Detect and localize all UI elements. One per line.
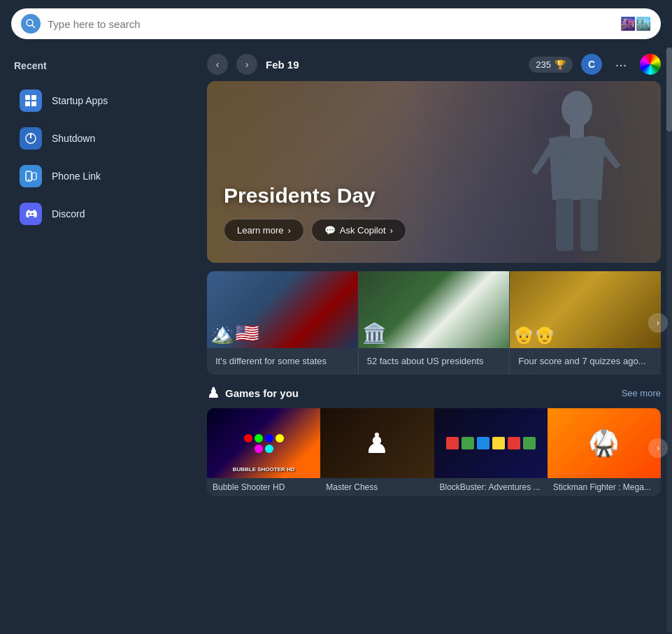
hero-title: Presidents Day bbox=[224, 184, 406, 208]
news-caption-1: 52 facts about US presidents bbox=[359, 348, 510, 375]
main-container: Recent Startup Apps Shutdown bbox=[0, 48, 672, 633]
search-input[interactable] bbox=[48, 18, 613, 30]
svg-point-12 bbox=[31, 213, 34, 215]
weather-icon: 🌆🏙️ bbox=[620, 16, 651, 31]
svg-point-10 bbox=[28, 179, 29, 180]
sidebar-item-shutdown[interactable]: Shutdown bbox=[6, 120, 190, 157]
news-card-0[interactable]: It's different for some states bbox=[207, 271, 358, 375]
recent-label: Recent bbox=[0, 55, 196, 81]
nav-back-button[interactable]: ‹ bbox=[207, 54, 228, 75]
ask-copilot-button[interactable]: 💬 Ask Copilot › bbox=[311, 219, 406, 242]
svg-rect-9 bbox=[32, 173, 36, 180]
hero-image bbox=[411, 81, 661, 263]
svg-rect-3 bbox=[31, 95, 36, 100]
games-title-text: Games for you bbox=[225, 387, 299, 399]
svg-rect-2 bbox=[25, 95, 30, 100]
news-thumb-0 bbox=[207, 271, 358, 348]
svg-line-1 bbox=[32, 25, 35, 28]
news-thumb-1 bbox=[359, 271, 510, 348]
score-value: 235 bbox=[536, 59, 551, 70]
game-card-3[interactable]: 🥋 Stickman Fighter : Mega... bbox=[548, 408, 661, 496]
svg-rect-15 bbox=[556, 199, 573, 251]
hero-section: Presidents Day Learn more › 💬 Ask Copilo… bbox=[207, 81, 661, 263]
search-bar: 🌆🏙️ bbox=[11, 8, 661, 39]
nav-forward-button[interactable]: › bbox=[236, 54, 257, 75]
sidebar-item-startup-apps[interactable]: Startup Apps bbox=[6, 82, 190, 119]
news-thumb-2 bbox=[510, 271, 661, 348]
shutdown-icon bbox=[20, 127, 42, 150]
see-more-button[interactable]: See more bbox=[622, 388, 661, 398]
scrollbar[interactable] bbox=[666, 48, 672, 633]
game-name-1: Master Chess bbox=[320, 478, 434, 496]
search-icon bbox=[21, 14, 41, 34]
news-caption-0: It's different for some states bbox=[207, 348, 358, 375]
content-topbar: ‹ › Feb 19 235 🏆 C ··· bbox=[196, 48, 672, 81]
hero-buttons: Learn more › 💬 Ask Copilot › bbox=[224, 219, 406, 242]
game-card-0[interactable]: BUBBLE SHOOTER HD Bubble Shooter HD bbox=[207, 408, 320, 496]
svg-rect-16 bbox=[580, 199, 598, 251]
sidebar: Recent Startup Apps Shutdown bbox=[0, 48, 196, 633]
discord-label: Discord bbox=[52, 208, 85, 219]
phone-link-icon bbox=[20, 165, 42, 187]
svg-point-13 bbox=[562, 91, 592, 127]
news-card-2[interactable]: Four score and 7 quizzes ago... bbox=[509, 271, 661, 375]
games-icon: ♟ bbox=[207, 384, 220, 401]
svg-rect-14 bbox=[570, 124, 584, 138]
news-caption-2: Four score and 7 quizzes ago... bbox=[510, 348, 661, 375]
sidebar-item-phone-link[interactable]: Phone Link bbox=[6, 158, 190, 194]
startup-apps-icon bbox=[20, 89, 42, 112]
weather-widget: 🌆🏙️ bbox=[620, 16, 651, 31]
score-badge: 235 🏆 bbox=[529, 57, 573, 73]
game-thumb-1: ♟ bbox=[320, 408, 434, 478]
startup-apps-label: Startup Apps bbox=[52, 95, 108, 106]
news-next-button[interactable]: › bbox=[648, 313, 668, 333]
learn-more-button[interactable]: Learn more › bbox=[224, 219, 304, 242]
content-area: ‹ › Feb 19 235 🏆 C ··· bbox=[196, 48, 672, 633]
news-card-1[interactable]: 52 facts about US presidents bbox=[358, 271, 510, 375]
games-title: ♟ Games for you bbox=[207, 384, 299, 401]
game-name-2: BlockBuster: Adventures ... bbox=[434, 478, 548, 496]
svg-rect-4 bbox=[25, 101, 30, 106]
shutdown-label: Shutdown bbox=[52, 133, 95, 144]
score-icon: 🏆 bbox=[555, 59, 566, 70]
game-thumb-3: 🥋 bbox=[548, 408, 661, 478]
hero-content: Presidents Day Learn more › 💬 Ask Copilo… bbox=[224, 184, 406, 242]
svg-point-0 bbox=[27, 20, 33, 26]
date-label: Feb 19 bbox=[266, 59, 299, 71]
game-cards-container: BUBBLE SHOOTER HD Bubble Shooter HD ♟ Ma… bbox=[207, 408, 661, 496]
game-thumb-0: BUBBLE SHOOTER HD bbox=[207, 408, 320, 478]
svg-rect-5 bbox=[31, 101, 36, 106]
phone-link-label: Phone Link bbox=[52, 171, 101, 182]
games-next-button[interactable]: › bbox=[648, 438, 668, 458]
news-cards-container: It's different for some states 52 facts … bbox=[207, 271, 661, 375]
games-section: ♟ Games for you See more bbox=[207, 384, 661, 496]
game-thumb-2 bbox=[434, 408, 548, 478]
game-card-1[interactable]: ♟ Master Chess bbox=[320, 408, 434, 496]
game-name-3: Stickman Fighter : Mega... bbox=[548, 478, 661, 496]
game-name-0: Bubble Shooter HD bbox=[207, 478, 320, 496]
scrollbar-thumb[interactable] bbox=[666, 48, 672, 131]
copilot-button[interactable]: C bbox=[581, 54, 602, 75]
more-options-button[interactable]: ··· bbox=[610, 54, 631, 75]
games-header: ♟ Games for you See more bbox=[207, 384, 661, 401]
svg-point-11 bbox=[28, 213, 30, 215]
sidebar-item-discord[interactable]: Discord bbox=[6, 196, 190, 232]
game-card-2[interactable]: BlockBuster: Adventures ... bbox=[434, 408, 548, 496]
spectrum-icon[interactable] bbox=[640, 54, 661, 75]
discord-icon bbox=[20, 203, 42, 225]
